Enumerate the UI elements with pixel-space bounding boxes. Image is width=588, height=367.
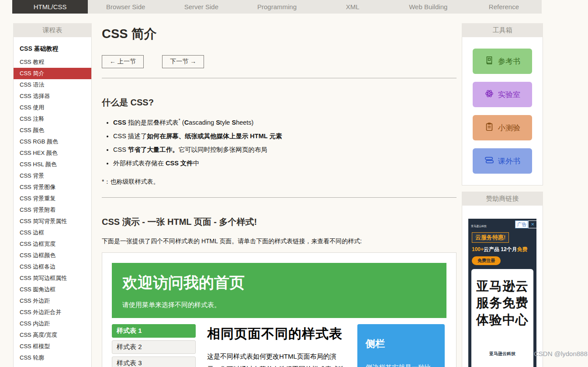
prev-section-button[interactable]: ← 上一节: [102, 55, 144, 68]
pager: ← 上一节 下一节 →: [102, 55, 457, 68]
demo-sidebar-text: 侧边栏其实就是一种比较经典的网站导航设计，它的形式通常为竖向的一列，展示在网站的…: [366, 361, 436, 367]
ad-register-button[interactable]: 免费注册: [472, 256, 501, 265]
course-list-item[interactable]: CSS 圆角边框: [14, 284, 91, 295]
css-demo-frame: 欢迎访问我的首页 请使用菜单来选择不同的样式表。 样式表 1样式表 2样式表 3…: [102, 252, 457, 367]
text-segment: 节省了大量工作。: [128, 146, 179, 153]
toolbox-button-label: 实验室: [498, 90, 520, 100]
course-list-item[interactable]: CSS 选择器: [14, 91, 91, 102]
nav-tab[interactable]: Programming: [239, 0, 315, 14]
next-section-button[interactable]: 下一节 →: [162, 55, 204, 68]
course-list-item[interactable]: CSS HEX 颜色: [14, 147, 91, 159]
course-list-item[interactable]: CSS 简写边框属性: [14, 273, 91, 284]
main-content: CSS 简介 ← 上一节 下一节 → 什么是 CSS? CSS 指的是层叠样式表…: [102, 21, 457, 367]
toolbox-button-label: 参考书: [498, 56, 520, 66]
course-list-item[interactable]: CSS 背景图像: [14, 182, 91, 193]
text-segment: ascading: [189, 119, 216, 126]
course-list-item[interactable]: CSS 背景附着: [14, 204, 91, 216]
lab-button[interactable]: 实验室: [473, 82, 532, 107]
book-icon: [484, 56, 494, 67]
course-list-item[interactable]: CSS 教程: [14, 56, 91, 68]
course-list-item[interactable]: CSS 边框宽度: [14, 238, 91, 250]
course-list-item[interactable]: CSS 注释: [14, 113, 91, 125]
what-is-css-heading: 什么是 CSS?: [102, 97, 457, 108]
text-segment: tyle: [220, 119, 232, 126]
divider: [102, 78, 457, 78]
course-list-item[interactable]: CSS 简写背景属性: [14, 216, 91, 227]
nav-tab[interactable]: Server Side: [163, 0, 239, 14]
course-list-item[interactable]: CSS 背景: [14, 170, 91, 182]
ad-card: 亚马逊云服务免费体验中心 亚马逊云科技 爆款服务器 云: [471, 269, 533, 367]
nav-tab[interactable]: XML: [315, 0, 391, 14]
course-list-item[interactable]: CSS 内边距: [14, 318, 91, 329]
demo-sidebar-heading: 侧栏: [366, 337, 436, 350]
course-list-item[interactable]: CSS 边框各边: [14, 261, 91, 273]
demo-article: 相同页面不同的样式表 这是不同样式表如何更改HTML页面布局的演示。您可以通过在…: [207, 324, 348, 367]
course-list-item[interactable]: CSS 轮廓: [14, 352, 91, 364]
text-segment: S: [232, 119, 236, 126]
stylesheet-menu-item[interactable]: 样式表 2: [112, 340, 196, 354]
course-list-item[interactable]: CSS 外边距合并: [14, 307, 91, 318]
toolbox-button-label: 课外书: [498, 156, 520, 166]
sponsor-header: 赞助商链接: [462, 192, 543, 206]
nav-tab[interactable]: HTML/CSS: [12, 0, 88, 14]
ad-close-icon[interactable]: ×: [528, 220, 536, 228]
text-segment: S: [216, 119, 220, 126]
stylesheet-menu-item[interactable]: 样式表 1: [112, 324, 196, 338]
stylesheet-menu: 样式表 1样式表 2样式表 3样式表 4无样式表: [112, 324, 196, 367]
course-list-item[interactable]: CSS 边框颜色: [14, 250, 91, 261]
quiz-button[interactable]: 小测验: [473, 115, 532, 140]
course-list-item[interactable]: CSS 语法: [14, 79, 91, 91]
nav-tab[interactable]: Browser Side: [88, 0, 163, 14]
course-sidebar: 课程表 CSS 基础教程 CSS 教程CSS 简介CSS 语法CSS 选择器CS…: [13, 23, 92, 367]
course-list-item[interactable]: CSS 背景重复: [14, 193, 91, 204]
course-list-item[interactable]: CSS 使用: [14, 102, 91, 113]
demo-body: 样式表 1样式表 2样式表 3样式表 4无样式表 相同页面不同的样式表 这是不同…: [112, 324, 446, 367]
css-fact-item: CSS 节省了大量工作。它可以同时控制多张网页的布局: [113, 146, 457, 154]
top-nav: HTML/CSSBrowser SideServer SideProgrammi…: [12, 0, 542, 14]
text-segment: 它可以同时控制多张网页的布局: [179, 146, 267, 153]
text-segment: 中: [193, 160, 200, 167]
course-list-item[interactable]: CSS 框模型: [14, 341, 91, 352]
text-segment: 如何在屏幕、纸张或其他媒体上显示 HTML 元素: [147, 133, 282, 140]
demo-sidebar: 侧栏 侧边栏其实就是一种比较经典的网站导航设计，它的形式通常为竖向的一列，展示在…: [357, 324, 445, 367]
nav-tab[interactable]: Reference: [466, 0, 542, 14]
text-segment: 云产品 12个月: [484, 246, 517, 252]
toolbox-header: 工具箱: [462, 23, 543, 37]
sponsor-panel: 亚马逊云科技 广告 × 云服务特惠! 100+云产品 12个月免费 免费注册 亚…: [462, 206, 543, 367]
demo-banner: 欢迎访问我的首页 请使用菜单来选择不同的样式表。: [112, 263, 446, 318]
course-list-item[interactable]: CSS 简介: [14, 68, 91, 79]
atom-icon: [484, 89, 494, 101]
text-segment: 100+: [472, 246, 484, 252]
divider: [102, 197, 457, 198]
toolbox-panel: 参考书 实验室 小测验 课外书: [462, 37, 543, 185]
course-list-item[interactable]: CSS 颜色: [14, 125, 91, 136]
extra-books-button[interactable]: 课外书: [473, 148, 532, 174]
reference-book-button[interactable]: 参考书: [473, 49, 532, 74]
css-facts-list: CSS 指的是层叠样式表* (Cascading Style Sheets) C…: [113, 118, 457, 168]
text-segment: 指的是层叠样式表: [126, 119, 179, 126]
ad-headline-line: 体验中心: [471, 311, 533, 328]
right-column: 工具箱 参考书 实验室 小测验 课外书 赞助商链接 亚马逊云科技 广告 ×: [462, 23, 543, 367]
page-title: CSS 简介: [102, 25, 457, 43]
watermark: CSDN @lydon888: [534, 350, 588, 357]
toolbox-button-label: 小测验: [498, 123, 520, 133]
course-list-item[interactable]: CSS 高度/宽度: [14, 329, 91, 341]
ad-promo-line: 100+云产品 12个月免费: [472, 246, 536, 253]
css-fact-item: 外部样式表存储在 CSS 文件中: [113, 159, 457, 168]
stylesheet-menu-item[interactable]: 样式表 3: [112, 357, 196, 367]
text-segment: CSS 描述了: [113, 133, 147, 140]
books-icon: [484, 155, 494, 167]
text-segment: C: [184, 119, 189, 126]
clipboard-icon: [484, 122, 494, 134]
demo-article-heading: 相同页面不同的样式表: [207, 325, 348, 343]
course-list-item[interactable]: CSS 外边距: [14, 295, 91, 307]
nav-tab[interactable]: Web Building: [391, 0, 466, 14]
ad-info-label[interactable]: 广告: [515, 220, 528, 228]
course-list-item[interactable]: CSS 边框: [14, 227, 91, 238]
ad-banner[interactable]: 亚马逊云科技 广告 × 云服务特惠! 100+云产品 12个月免费 免费注册 亚…: [468, 219, 536, 367]
course-list-item[interactable]: CSS HSL 颜色: [14, 159, 91, 170]
course-list-item[interactable]: CSS RGB 颜色: [14, 136, 91, 147]
course-list: CSS 教程CSS 简介CSS 语法CSS 选择器CSS 使用CSS 注释CSS…: [14, 56, 91, 364]
demo-banner-title: 欢迎访问我的首页: [122, 273, 436, 293]
course-list-panel: CSS 基础教程 CSS 教程CSS 简介CSS 语法CSS 选择器CSS 使用…: [13, 37, 92, 367]
